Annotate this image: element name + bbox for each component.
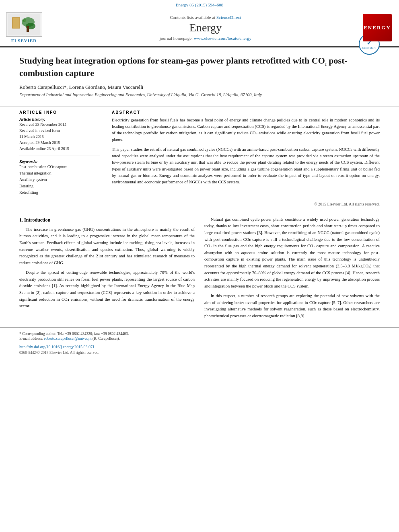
homepage-line: journal homepage: www.elsevier.com/locat… [160,36,251,41]
article-title: Studying heat integration options for st… [19,55,380,79]
intro-para-1: The increase in greenhouse gas (GHG) con… [19,226,195,266]
energy-logo-box: ENERGY [363,14,392,41]
journal-logo-right: ENERGY [363,12,395,43]
abstract-text: Electricity generation from fossil fuels… [112,117,380,186]
article-title-section: ✓ CrossMark Studying heat integration op… [0,47,399,107]
available-date: Available online 23 April 2015 [19,146,100,152]
keywords-section: Keywords: Post-combustion CO₂ capture Th… [19,159,100,196]
journal-header: 🌿 ELSEVIER Contents lists available at S… [0,9,399,47]
crossmark-label: CrossMark [362,46,376,49]
article-info-panel: ARTICLE INFO Article history: Received 2… [19,110,100,196]
keyword-1: Post-combustion CO₂ capture [19,164,100,170]
title-text-main: Studying heat integration options for st… [19,55,325,66]
keyword-2: Thermal integration [19,170,100,177]
column-right: Natural gas combined cycle power plants … [204,216,380,323]
issn-line: 0360-5442/© 2015 Elsevier Ltd. All right… [0,350,399,359]
homepage-text: journal homepage: [160,36,194,41]
elsevier-logo: 🌿 ELSEVIER [4,12,48,43]
email-suffix: (R. Carapellucci). [93,337,120,341]
abstract-para-2: This paper studies the retrofit of natur… [112,146,380,186]
journal-center: Contents lists available at ScienceDirec… [52,12,359,43]
citation-text: Energy 85 (2015) 594–608 [176,2,224,7]
copyright-line: © 2015 Elsevier Ltd. All rights reserved… [0,200,399,209]
doi-line[interactable]: http://dx.doi.org/10.1016/j.energy.2015.… [0,344,399,350]
email-label: E-mail address: [19,337,44,341]
elsevier-brand-name: ELSEVIER [11,38,37,43]
svg-rect-6 [27,26,29,32]
intro-para-right-2: In this respect, a number of research gr… [204,293,380,319]
email-link[interactable]: roberto.carapellucci@univaq.it [44,337,92,341]
two-column-layout: 1. Introduction The increase in greenhou… [19,216,380,323]
journal-citation: Energy 85 (2015) 594–608 [0,0,399,9]
column-left: 1. Introduction The increase in greenhou… [19,216,195,323]
keyword-3: Auxiliary system [19,177,100,183]
info-abstract-section: ARTICLE INFO Article history: Received 2… [0,107,399,200]
keyword-4: Derating [19,183,100,189]
footnote-section: * Corresponding author. Tel.: +39 0862 4… [0,327,399,344]
contents-text: Contents lists available at [170,15,216,20]
keywords-label: Keywords: [19,159,100,164]
received-date: Received 28 November 2014 [19,121,100,127]
keyword-5: Retrofitting [19,189,100,196]
journal-name: Energy [189,21,222,34]
body-section: 1. Introduction The increase in greenhou… [0,209,399,327]
doi-link[interactable]: http://dx.doi.org/10.1016/j.energy.2015.… [19,345,95,349]
intro-para-right-1: Natural gas combined cycle power plants … [204,216,380,290]
abstract-para-1: Electricity generation from fossil fuels… [112,117,380,143]
energy-logo-text: ENERGY [364,25,391,31]
received-revised-label: Received in revised form [19,127,100,134]
history-label: Article history: [19,117,100,121]
authors-line: Roberto Carapellucci*, Lorena Giordano, … [19,84,380,90]
homepage-link[interactable]: www.elsevier.com/locate/energy [194,36,251,41]
article-history: Article history: Received 28 November 20… [19,117,100,152]
sciencedirect-link[interactable]: ScienceDirect [216,15,241,20]
affiliation-line: Department of Industrial and Information… [19,92,380,97]
contents-available: Contents lists available at ScienceDirec… [170,15,241,20]
footnote-email: E-mail address: roberto.carapellucci@uni… [19,337,380,341]
info-divider [19,156,100,156]
revised-date: 11 March 2015 [19,134,100,140]
intro-para-2: Despite the spread of cutting-edge renew… [19,269,195,309]
accepted-date: Accepted 29 March 2015 [19,140,100,146]
page: Energy 85 (2015) 594–608 🌿 ELSEVIER [0,0,399,359]
abstract-heading: ABSTRACT [112,110,380,115]
article-info-heading: ARTICLE INFO [19,110,100,115]
abstract-panel: ABSTRACT Electricity generation from fos… [112,110,380,196]
footnote-star: * Corresponding author. Tel.: +39 0862 4… [19,332,380,336]
elsevier-tree-icon: 🌿 [8,14,40,35]
intro-title: 1. Introduction [19,216,195,224]
elsevier-logo-image: 🌿 [6,12,42,37]
svg-rect-3 [13,18,19,28]
